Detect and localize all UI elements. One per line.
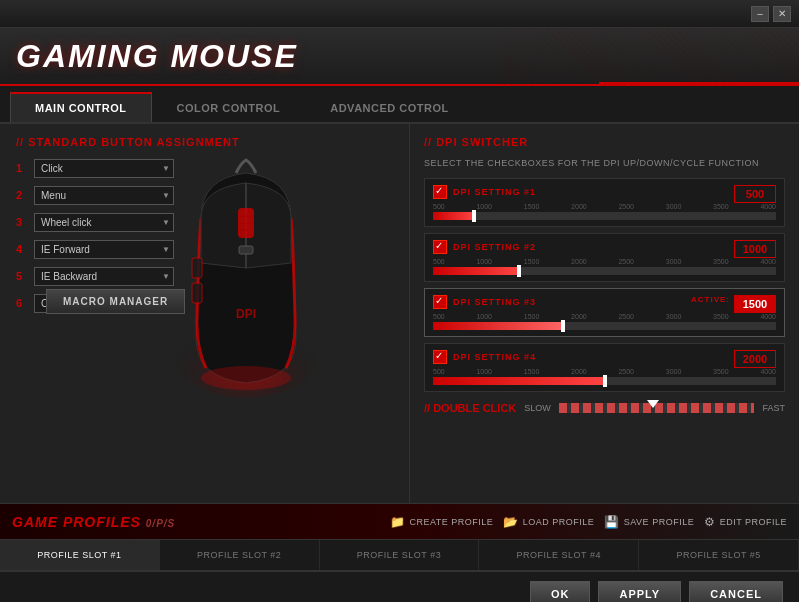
create-profile-icon: 📁 [390,515,406,529]
dpi-scale-labels-4: 500 1000 1500 2000 2500 3000 3500 4000 [433,368,776,375]
double-click-thumb [647,400,659,408]
profile-slot-1[interactable]: PROFILE SLOT #1 [0,540,160,570]
load-profile-icon: 📂 [503,515,519,529]
right-panel: DPI SWITCHER SELECT THE CHECKBOXES FOR T… [410,124,799,503]
tab-color-control[interactable]: COLOR CONTROL [152,93,306,122]
load-profile-label: LOAD PROFILE [523,517,595,527]
tab-main-control[interactable]: MAIN CONTROL [10,92,152,122]
cancel-button[interactable]: CANCEL [689,581,783,602]
app-header: GAMING MOUSE [0,28,799,86]
profile-slots: PROFILE SLOT #1 PROFILE SLOT #2 PROFILE … [0,540,799,572]
dpi-bar-fill-2 [433,267,519,275]
save-profile-icon: 💾 [604,515,620,529]
dpi-bar-4[interactable] [433,377,776,385]
dpi-checkbox-3[interactable] [433,295,447,309]
mouse-illustration-area: DPI [171,158,341,428]
assignment-select-wrapper-1: Click [34,158,174,178]
dpi-value-2[interactable]: 1000 [734,240,776,258]
dpi-setting-3-label: DPI SETTING #3 [453,297,536,307]
dpi-slider-1 [472,210,476,222]
row-number-5: 5 [16,270,28,282]
edit-profile-button[interactable]: ⚙ EDIT PROFILE [704,515,787,529]
dpi-bar-fill-4 [433,377,605,385]
double-click-title: // DOUBLE CLICK [424,402,516,414]
apply-button[interactable]: APPLY [598,581,681,602]
assignment-select-wrapper-3: Wheel click [34,212,174,232]
dpi-value-4[interactable]: 2000 [734,350,776,368]
title-bar-controls: – ✕ [751,6,791,22]
title-bar: – ✕ [0,0,799,28]
dpi-value-3[interactable]: 1500 [734,295,776,313]
tab-bar: MAIN CONTROL COLOR CONTROL ADVANCED COTR… [0,86,799,124]
dpi-slider-2 [517,265,521,277]
dpi-scale-labels-2: 500 1000 1500 2000 2500 3000 3500 4000 [433,258,776,265]
assignment-select-4[interactable]: IE Forward [34,240,174,259]
dpi-setting-2: DPI SETTING #2 500 1000 1500 2000 2500 3… [424,233,785,282]
svg-rect-7 [192,258,202,278]
standard-button-section-title: STANDARD BUTTON ASSIGNMENT [16,136,393,148]
header-decoration [499,28,799,86]
double-click-bar[interactable] [559,403,755,413]
dpi-bar-fill-3 [433,322,563,330]
create-profile-button[interactable]: 📁 CREATE PROFILE [390,515,493,529]
footer: OK APPLY CANCEL [0,572,799,602]
dpi-setting-1-label: DPI SETTING #1 [453,187,536,197]
dpi-setting-2-label: DPI SETTING #2 [453,242,536,252]
profile-slot-2[interactable]: PROFILE SLOT #2 [160,540,320,570]
game-profiles-title: GAME PROFILES 0/P/S [12,514,175,530]
assignment-row-4: 4 IE Forward [16,239,196,259]
profile-slot-3[interactable]: PROFILE SLOT #3 [320,540,480,570]
close-button[interactable]: ✕ [773,6,791,22]
mouse-svg: DPI [171,158,321,408]
assignment-select-2[interactable]: Menu [34,186,174,205]
svg-point-9 [201,366,291,390]
profiles-subtitle: 0/P/S [146,518,175,529]
row-number-4: 4 [16,243,28,255]
assignment-select-5[interactable]: IE Backward [34,267,174,286]
assignment-select-wrapper-5: IE Backward [34,266,174,286]
assignment-select-wrapper-2: Menu [34,185,174,205]
assignment-row-5: 5 IE Backward [16,266,196,286]
double-click-slow-label: SLOW [524,403,551,413]
assignment-select-1[interactable]: Click [34,159,174,178]
dpi-bar-2[interactable] [433,267,776,275]
dpi-bar-3[interactable] [433,322,776,330]
profile-slot-5[interactable]: PROFILE SLOT #5 [639,540,799,570]
profile-actions: 📁 CREATE PROFILE 📂 LOAD PROFILE 💾 SAVE P… [390,515,787,529]
dpi-checkbox-4[interactable] [433,350,447,364]
assignment-select-3[interactable]: Wheel click [34,213,174,232]
minimize-button[interactable]: – [751,6,769,22]
dpi-subtitle: SELECT THE CHECKBOXES FOR THE DPI UP/DOW… [424,158,785,168]
edit-profile-label: EDIT PROFILE [720,517,787,527]
dpi-setting-2-header: DPI SETTING #2 [433,240,776,254]
dpi-scale-labels-3: 500 1000 1500 2000 2500 3000 3500 4000 [433,313,776,320]
app-title: GAMING MOUSE [16,38,298,75]
profile-slot-4[interactable]: PROFILE SLOT #4 [479,540,639,570]
dpi-checkbox-2[interactable] [433,240,447,254]
save-profile-label: SAVE PROFILE [624,517,694,527]
assignment-row-1: 1 Click [16,158,196,178]
left-panel: STANDARD BUTTON ASSIGNMENT 1 Click 2 [0,124,410,503]
assignment-select-wrapper-4: IE Forward [34,239,174,259]
dpi-value-1[interactable]: 500 [734,185,776,203]
row-number-2: 2 [16,189,28,201]
app-title-part1: GAMING [16,38,160,74]
dpi-setting-4-header: DPI SETTING #4 [433,350,776,364]
header-accent-line [599,82,799,84]
create-profile-label: CREATE PROFILE [409,517,493,527]
tab-advanced-control[interactable]: ADVANCED COTROL [305,93,474,122]
ok-button[interactable]: OK [530,581,591,602]
macro-manager-button[interactable]: MACRO MANAGER [46,289,185,314]
svg-rect-8 [192,283,202,303]
row-number-3: 3 [16,216,28,228]
dpi-bar-1[interactable] [433,212,776,220]
dpi-setting-4: DPI SETTING #4 500 1000 1500 2000 2500 3… [424,343,785,392]
load-profile-button[interactable]: 📂 LOAD PROFILE [503,515,594,529]
double-click-fast-label: FAST [762,403,785,413]
svg-text:DPI: DPI [236,307,256,321]
edit-profile-icon: ⚙ [704,515,716,529]
profiles-bar: GAME PROFILES 0/P/S 📁 CREATE PROFILE 📂 L… [0,504,799,540]
save-profile-button[interactable]: 💾 SAVE PROFILE [604,515,694,529]
dpi-checkbox-1[interactable] [433,185,447,199]
svg-rect-6 [239,246,253,254]
